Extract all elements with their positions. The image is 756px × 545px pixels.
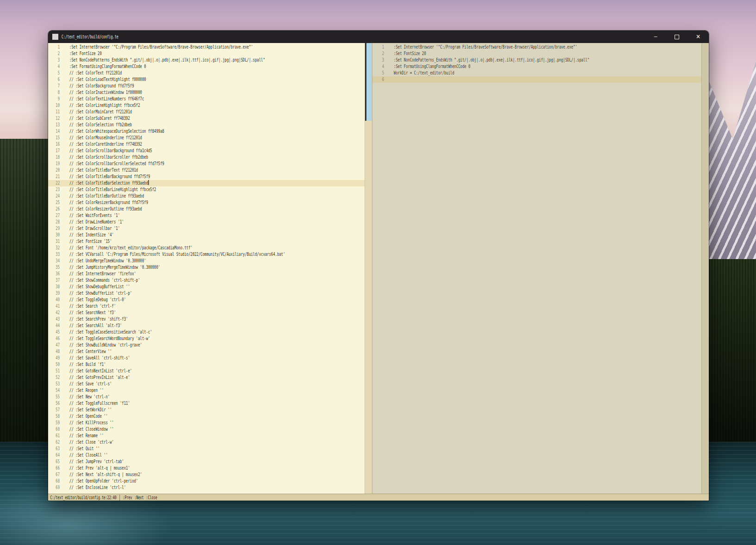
line-text: // :Set Build 'f1' (69, 361, 105, 368)
maximize-button[interactable] (666, 31, 688, 43)
line-number: 42 (48, 310, 62, 316)
code-line[interactable]: 45// :Set ToggleCaseSensitiveSearch 'alt… (48, 329, 365, 335)
status-command-close[interactable]: :Close (146, 495, 157, 500)
code-line[interactable]: 41// :Set Search 'ctrl-f' (48, 303, 365, 310)
code-line[interactable]: 32// :Set Font '/home/krz/text_editor/pa… (48, 245, 365, 251)
code-line[interactable]: 36// :Set InternetBrowser 'firefox' (48, 271, 365, 277)
code-line[interactable]: 1:Set InternetBrowser '"C:/Program Files… (372, 44, 701, 50)
code-line[interactable]: 25// :Set ColorResizerBackground ffd7f5f… (48, 199, 365, 206)
window-titlebar[interactable]: C:/text_editor/build/config.te ─ × (48, 31, 709, 43)
code-line[interactable]: 23// :Set ColorTitleBarLineHighlight ffb… (48, 186, 365, 193)
code-line[interactable]: 57// :Set SetWorkDir '' (48, 407, 365, 413)
code-line[interactable]: 38// :Set ShowDebugBufferList '' (48, 284, 365, 290)
line-text: // :Set ColorText ff21201d (69, 70, 122, 76)
code-line[interactable]: 12// :Set ColorSubCaret ff748392 (48, 115, 365, 122)
code-line[interactable]: 39// :Set ShowBufferList 'ctrl-p' (48, 290, 365, 297)
code-line[interactable]: 61// :Set Rename '' (48, 433, 365, 439)
code-line[interactable]: 52// :Set GotoPrevInList 'alt-e' (48, 374, 365, 381)
code-line[interactable]: 44// :Set SearchAll 'alt-f3' (48, 322, 365, 329)
code-line[interactable]: 4:Set FormatUsingClangFormatWhenCCode 0 (372, 63, 701, 70)
code-line[interactable]: 47// :Set ShowBuildWindow 'ctrl-grave' (48, 342, 365, 348)
code-line[interactable]: 48// :Set CenterView '' (48, 348, 365, 355)
left-editor-pane[interactable]: 1:Set InternetBrowser '"C:/Program Files… (48, 43, 365, 494)
code-line[interactable]: 31// :Set FontSize '15' (48, 238, 365, 245)
code-line[interactable]: 35// :Set JumpHistoryMergeTimeWindow '0.… (48, 264, 365, 271)
code-line[interactable]: 29// :Set DrawScrollbar '1' (48, 225, 365, 232)
code-line[interactable]: 16// :Set ColorCaretUnderline ff748392 (48, 141, 365, 148)
code-line[interactable]: 8// :Set ColorInactiveWindow 1f000000 (48, 89, 365, 96)
code-line[interactable]: 6// :Set ColorLoadTextHighlight f000000 (48, 76, 365, 83)
code-line[interactable]: 30// :Set IndentSize '4' (48, 232, 365, 238)
code-line[interactable]: 55// :Set New 'ctrl-n' (48, 394, 365, 400)
code-line[interactable]: 58// :Set OpenCode '' (48, 413, 365, 420)
code-line[interactable]: 24// :Set ColorTitleBarOutline ff93aebd (48, 193, 365, 199)
code-line[interactable]: 64// :Set CloseAll '' (48, 452, 365, 458)
code-line[interactable]: 19// :Set ColorScrollbarScrollerSelected… (48, 161, 365, 167)
code-line[interactable]: 11// :Set ColorMainCaret ff21201d (48, 109, 365, 115)
code-line[interactable]: 13// :Set ColorSelection ffb2dbeb (48, 122, 365, 128)
code-line[interactable]: 33// :Set VCVarsall 'C:/Program Files/Mi… (48, 251, 365, 258)
code-line[interactable]: 14// :Set ColorWhitespaceDuringSelection… (48, 128, 365, 135)
code-line[interactable]: 37// :Set ShowCommands 'ctrl-shift-p' (48, 277, 365, 284)
code-line[interactable]: 65// :Set JumpPrev 'ctrl-tab' (48, 458, 365, 465)
code-line[interactable]: 60// :Set CloseWindow '' (48, 426, 365, 433)
code-line[interactable]: 21// :Set ColorTitleBarBackground ffd7f5… (48, 173, 365, 180)
editor-area: 1:Set InternetBrowser '"C:/Program Files… (48, 43, 709, 494)
code-line[interactable]: 17// :Set ColorScrollbarBackground ffa1c… (48, 148, 365, 154)
code-line[interactable]: 59// :Set KillProcess '' (48, 420, 365, 426)
line-text: // :Set ColorMouseUnderline ff21201d (69, 135, 142, 141)
code-line[interactable]: 3:Set NonCodePatterns_EndsWith ".git/|.o… (48, 57, 365, 63)
code-line[interactable]: 3:Set NonCodePatterns_EndsWith ".git/|.o… (372, 57, 701, 63)
code-line[interactable]: 62// :Set Close 'ctrl-w' (48, 439, 365, 446)
right-editor-pane[interactable]: 1:Set InternetBrowser '"C:/Program Files… (372, 43, 701, 494)
status-command-next[interactable]: :Next (135, 495, 144, 500)
code-line[interactable]: 68// :Set OpenUpFolder 'ctrl-period' (48, 478, 365, 484)
left-pane-scrollbar-thumb[interactable] (365, 43, 372, 121)
code-line[interactable]: 54// :Set Reopen '' (48, 387, 365, 394)
code-line[interactable]: 2:Set FontSize 20 (372, 50, 701, 57)
left-pane-scrollbar[interactable] (365, 43, 372, 494)
code-line[interactable]: 34// :Set UndoMergeTimeWindow '0.300000' (48, 258, 365, 264)
right-pane-scrollbar[interactable] (701, 43, 709, 494)
code-line[interactable]: 22// :Set ColorTitleBarSelection ff93aeb… (48, 180, 365, 186)
code-line[interactable]: 53// :Set Save 'ctrl-s' (48, 381, 365, 387)
close-button[interactable]: × (688, 31, 709, 43)
code-line[interactable]: 15// :Set ColorMouseUnderline ff21201d (48, 135, 365, 141)
line-number: 55 (48, 394, 62, 400)
code-line[interactable]: 56// :Set ToggleFullscreen 'f11' (48, 400, 365, 407)
code-line[interactable]: 67// :Set Next 'alt-shift-q | mousex2' (48, 471, 365, 478)
code-line[interactable]: 66// :Set Prev 'alt-q | mousex1' (48, 465, 365, 471)
code-line[interactable]: 42// :Set SearchNext 'f3' (48, 310, 365, 316)
code-line[interactable]: 7// :Set ColorBackground ffd7f5f9 (48, 83, 365, 89)
code-line[interactable]: 28// :Set DrawLineNumbers '1' (48, 219, 365, 225)
code-line[interactable]: 6 (372, 76, 701, 83)
minimize-button[interactable]: ─ (645, 31, 666, 43)
code-line[interactable]: 10// :Set ColorLineHighlight ffbce5f2 (48, 102, 365, 109)
code-line[interactable]: 20// :Set ColorTitleBarText ff21201d (48, 167, 365, 173)
code-line[interactable]: 5WorkDir = C:/text_editor/build (372, 70, 701, 76)
code-line[interactable]: 27// :Set WaitForEvents '1' (48, 212, 365, 219)
code-line[interactable]: 2:Set FontSize 20 (48, 50, 365, 57)
line-text: // :Set ColorTextLineNumbers ff646f7c (69, 96, 144, 102)
code-line[interactable]: 63// :Set Quit '' (48, 446, 365, 452)
code-line[interactable]: 40// :Set ToggleDebug 'ctrl-0' (48, 297, 365, 303)
code-line[interactable]: 18// :Set ColorScrollbarScroller ffb2dbe… (48, 154, 365, 161)
code-line[interactable]: 1:Set InternetBrowser '"C:/Program Files… (48, 44, 365, 50)
code-line[interactable]: 5// :Set ColorText ff21201d (48, 70, 365, 76)
code-line[interactable]: 9// :Set ColorTextLineNumbers ff646f7c (48, 96, 365, 102)
code-line[interactable]: 50// :Set Build 'f1' (48, 361, 365, 368)
line-number: 47 (48, 342, 62, 348)
code-line[interactable]: 49// :Set SaveAll 'ctrl-shift-s' (48, 355, 365, 361)
line-number: 13 (48, 122, 62, 128)
status-command-prev[interactable]: :Prev (123, 495, 132, 500)
code-line[interactable]: 69// :Set EncloseLine 'ctrl-l' (48, 484, 365, 491)
line-number: 51 (48, 368, 62, 374)
line-text: // :Set ColorWhitespaceDuringSelection f… (69, 128, 164, 135)
code-line[interactable]: 43// :Set SearchPrev 'shift-f3' (48, 316, 365, 322)
code-line[interactable]: 51// :Set GotoNextInList 'ctrl-e' (48, 368, 365, 374)
line-number: 52 (48, 374, 62, 381)
code-line[interactable]: 26// :Set ColorResizerOutline ff93aebd (48, 206, 365, 212)
code-line[interactable]: 4:Set FormatUsingClangFormatWhenCCode 0 (48, 63, 365, 70)
code-line[interactable]: 46// :Set ToggleSearchWordBoundary 'alt-… (48, 335, 365, 342)
line-number: 15 (48, 135, 62, 141)
